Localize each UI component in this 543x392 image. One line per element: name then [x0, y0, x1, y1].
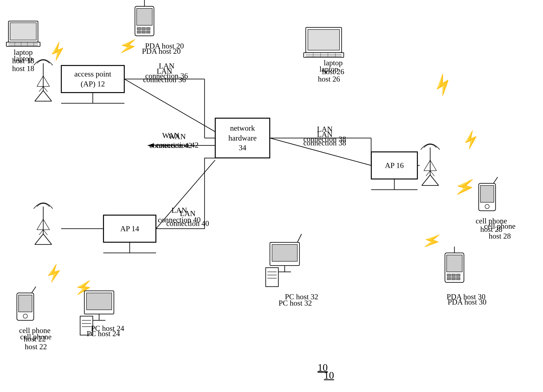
svg-line-56 — [43, 234, 52, 245]
svg-text:⚡: ⚡ — [420, 230, 444, 252]
ap16-box: AP 16 — [371, 152, 418, 179]
pda-host30-label: PDA host 30 — [440, 297, 494, 307]
svg-text:⚡: ⚡ — [46, 40, 69, 63]
svg-line-78 — [426, 171, 430, 176]
svg-rect-136 — [447, 255, 462, 272]
svg-line-30 — [39, 86, 43, 92]
svg-line-59 — [43, 219, 50, 230]
svg-rect-18 — [137, 31, 141, 33]
pc-host24-label: PC host 24 — [78, 329, 129, 339]
svg-rect-3 — [10, 23, 36, 40]
svg-rect-4 — [6, 42, 40, 46]
svg-rect-87 — [308, 29, 339, 50]
svg-line-112 — [32, 287, 36, 293]
svg-rect-98 — [480, 185, 494, 202]
svg-line-62 — [43, 230, 47, 235]
lan40-label: LAN connection 40 — [156, 209, 219, 229]
laptop-host26-label: laptop host 26 — [304, 64, 354, 84]
svg-rect-14 — [137, 8, 152, 25]
svg-rect-88 — [304, 53, 344, 57]
cellphone-host22-label: cell phone host 22 — [13, 332, 59, 352]
pc-host32-label: PC host 32 — [268, 298, 323, 308]
svg-rect-117 — [86, 293, 112, 310]
cellphone-host28-label: cell phone host 28 — [475, 221, 525, 241]
svg-line-61 — [39, 230, 43, 235]
wan42-label: WAN connection 42 — [135, 131, 207, 151]
svg-line-24 — [35, 91, 43, 101]
ap12-box: access point (AP) 12 — [61, 65, 124, 93]
network-hw-box: network hardware 34 — [215, 118, 270, 158]
lan36-label: LAN connection 36 — [137, 61, 196, 81]
svg-rect-142 — [456, 277, 460, 280]
svg-line-133 — [297, 234, 302, 242]
svg-text:⚡: ⚡ — [429, 71, 457, 98]
svg-line-25 — [43, 91, 52, 101]
svg-line-31 — [43, 86, 47, 92]
pda-host20-label: PDA host 20 — [140, 46, 182, 56]
svg-line-72 — [422, 175, 430, 185]
svg-rect-140 — [447, 277, 451, 280]
svg-rect-126 — [272, 245, 297, 261]
svg-text:⚡: ⚡ — [43, 262, 65, 284]
svg-rect-137 — [447, 274, 451, 276]
lan38-label: LAN connection 38 — [289, 124, 361, 144]
svg-line-41 — [124, 79, 215, 132]
svg-line-73 — [430, 175, 439, 185]
svg-rect-20 — [146, 31, 150, 33]
svg-rect-19 — [142, 31, 146, 33]
svg-text:⚡: ⚡ — [459, 128, 483, 151]
svg-line-99 — [493, 177, 498, 183]
figure-number: 10 — [318, 369, 339, 382]
svg-rect-16 — [142, 27, 146, 30]
svg-line-27 — [37, 76, 43, 86]
svg-text:⚡: ⚡ — [452, 174, 478, 199]
svg-text:⚡: ⚡ — [117, 35, 139, 57]
svg-rect-139 — [456, 274, 460, 276]
svg-line-79 — [430, 171, 434, 176]
svg-rect-111 — [19, 295, 32, 312]
svg-line-58 — [37, 219, 43, 230]
svg-rect-129 — [266, 268, 278, 287]
svg-line-75 — [424, 160, 430, 171]
svg-rect-138 — [452, 274, 455, 276]
svg-rect-15 — [137, 27, 141, 30]
svg-line-28 — [43, 76, 50, 86]
laptop-host18-label: laptop host 18 — [6, 54, 40, 73]
svg-rect-141 — [452, 277, 455, 280]
svg-line-76 — [430, 160, 436, 171]
svg-rect-17 — [146, 27, 150, 30]
svg-line-55 — [35, 234, 43, 245]
ap14-box: AP 14 — [103, 215, 156, 242]
